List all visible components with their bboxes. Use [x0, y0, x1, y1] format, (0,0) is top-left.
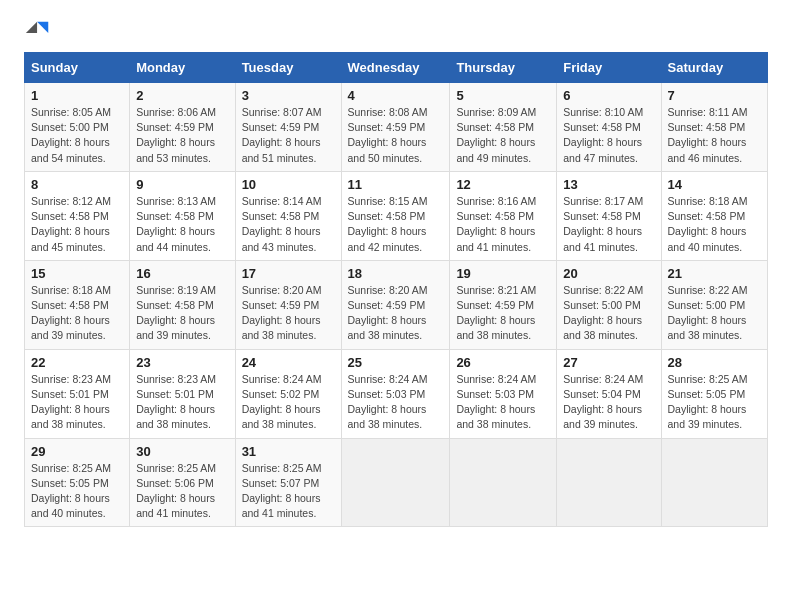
day-info: Sunrise: 8:09 AMSunset: 4:58 PMDaylight:… — [456, 105, 550, 166]
day-info: Sunrise: 8:13 AMSunset: 4:58 PMDaylight:… — [136, 194, 228, 255]
day-info: Sunrise: 8:15 AMSunset: 4:58 PMDaylight:… — [348, 194, 444, 255]
day-info: Sunrise: 8:08 AMSunset: 4:59 PMDaylight:… — [348, 105, 444, 166]
calendar-cell: 25Sunrise: 8:24 AMSunset: 5:03 PMDayligh… — [341, 349, 450, 438]
day-number: 24 — [242, 355, 335, 370]
day-info: Sunrise: 8:18 AMSunset: 4:58 PMDaylight:… — [668, 194, 762, 255]
day-info: Sunrise: 8:16 AMSunset: 4:58 PMDaylight:… — [456, 194, 550, 255]
calendar-cell: 14Sunrise: 8:18 AMSunset: 4:58 PMDayligh… — [661, 171, 768, 260]
day-info: Sunrise: 8:25 AMSunset: 5:05 PMDaylight:… — [31, 461, 123, 522]
calendar-cell: 8Sunrise: 8:12 AMSunset: 4:58 PMDaylight… — [25, 171, 130, 260]
weekday-header-saturday: Saturday — [661, 53, 768, 83]
day-info: Sunrise: 8:22 AMSunset: 5:00 PMDaylight:… — [668, 283, 762, 344]
day-number: 21 — [668, 266, 762, 281]
logo-icon — [24, 18, 52, 46]
day-number: 10 — [242, 177, 335, 192]
day-info: Sunrise: 8:23 AMSunset: 5:01 PMDaylight:… — [136, 372, 228, 433]
calendar-cell — [557, 438, 661, 527]
calendar-cell: 15Sunrise: 8:18 AMSunset: 4:58 PMDayligh… — [25, 260, 130, 349]
day-number: 16 — [136, 266, 228, 281]
day-info: Sunrise: 8:05 AMSunset: 5:00 PMDaylight:… — [31, 105, 123, 166]
day-number: 8 — [31, 177, 123, 192]
day-number: 12 — [456, 177, 550, 192]
day-info: Sunrise: 8:18 AMSunset: 4:58 PMDaylight:… — [31, 283, 123, 344]
day-number: 29 — [31, 444, 123, 459]
calendar-cell: 17Sunrise: 8:20 AMSunset: 4:59 PMDayligh… — [235, 260, 341, 349]
calendar-cell: 1Sunrise: 8:05 AMSunset: 5:00 PMDaylight… — [25, 83, 130, 172]
day-info: Sunrise: 8:23 AMSunset: 5:01 PMDaylight:… — [31, 372, 123, 433]
day-info: Sunrise: 8:24 AMSunset: 5:04 PMDaylight:… — [563, 372, 654, 433]
day-number: 18 — [348, 266, 444, 281]
calendar-cell: 7Sunrise: 8:11 AMSunset: 4:58 PMDaylight… — [661, 83, 768, 172]
calendar-cell: 29Sunrise: 8:25 AMSunset: 5:05 PMDayligh… — [25, 438, 130, 527]
calendar-cell: 16Sunrise: 8:19 AMSunset: 4:58 PMDayligh… — [130, 260, 235, 349]
day-info: Sunrise: 8:19 AMSunset: 4:58 PMDaylight:… — [136, 283, 228, 344]
calendar-cell: 18Sunrise: 8:20 AMSunset: 4:59 PMDayligh… — [341, 260, 450, 349]
logo — [24, 18, 56, 46]
day-info: Sunrise: 8:10 AMSunset: 4:58 PMDaylight:… — [563, 105, 654, 166]
day-number: 6 — [563, 88, 654, 103]
calendar-cell — [341, 438, 450, 527]
calendar-cell: 28Sunrise: 8:25 AMSunset: 5:05 PMDayligh… — [661, 349, 768, 438]
calendar-week-row: 1Sunrise: 8:05 AMSunset: 5:00 PMDaylight… — [25, 83, 768, 172]
calendar-table: SundayMondayTuesdayWednesdayThursdayFrid… — [24, 52, 768, 527]
day-number: 7 — [668, 88, 762, 103]
calendar-cell: 22Sunrise: 8:23 AMSunset: 5:01 PMDayligh… — [25, 349, 130, 438]
calendar-cell: 27Sunrise: 8:24 AMSunset: 5:04 PMDayligh… — [557, 349, 661, 438]
calendar-cell — [661, 438, 768, 527]
calendar-week-row: 15Sunrise: 8:18 AMSunset: 4:58 PMDayligh… — [25, 260, 768, 349]
day-number: 19 — [456, 266, 550, 281]
day-number: 14 — [668, 177, 762, 192]
calendar-week-row: 22Sunrise: 8:23 AMSunset: 5:01 PMDayligh… — [25, 349, 768, 438]
day-number: 30 — [136, 444, 228, 459]
day-number: 1 — [31, 88, 123, 103]
calendar-cell: 12Sunrise: 8:16 AMSunset: 4:58 PMDayligh… — [450, 171, 557, 260]
day-number: 13 — [563, 177, 654, 192]
calendar-cell: 31Sunrise: 8:25 AMSunset: 5:07 PMDayligh… — [235, 438, 341, 527]
calendar-week-row: 8Sunrise: 8:12 AMSunset: 4:58 PMDaylight… — [25, 171, 768, 260]
day-number: 26 — [456, 355, 550, 370]
weekday-header-wednesday: Wednesday — [341, 53, 450, 83]
day-info: Sunrise: 8:06 AMSunset: 4:59 PMDaylight:… — [136, 105, 228, 166]
calendar-cell: 13Sunrise: 8:17 AMSunset: 4:58 PMDayligh… — [557, 171, 661, 260]
day-info: Sunrise: 8:14 AMSunset: 4:58 PMDaylight:… — [242, 194, 335, 255]
weekday-header-tuesday: Tuesday — [235, 53, 341, 83]
day-number: 2 — [136, 88, 228, 103]
day-info: Sunrise: 8:25 AMSunset: 5:05 PMDaylight:… — [668, 372, 762, 433]
calendar-cell: 19Sunrise: 8:21 AMSunset: 4:59 PMDayligh… — [450, 260, 557, 349]
day-number: 3 — [242, 88, 335, 103]
calendar-cell: 21Sunrise: 8:22 AMSunset: 5:00 PMDayligh… — [661, 260, 768, 349]
svg-marker-1 — [26, 22, 37, 33]
calendar-cell: 10Sunrise: 8:14 AMSunset: 4:58 PMDayligh… — [235, 171, 341, 260]
calendar-cell: 3Sunrise: 8:07 AMSunset: 4:59 PMDaylight… — [235, 83, 341, 172]
calendar-cell: 30Sunrise: 8:25 AMSunset: 5:06 PMDayligh… — [130, 438, 235, 527]
day-info: Sunrise: 8:20 AMSunset: 4:59 PMDaylight:… — [348, 283, 444, 344]
day-info: Sunrise: 8:11 AMSunset: 4:58 PMDaylight:… — [668, 105, 762, 166]
weekday-header-monday: Monday — [130, 53, 235, 83]
weekday-header-friday: Friday — [557, 53, 661, 83]
calendar-week-row: 29Sunrise: 8:25 AMSunset: 5:05 PMDayligh… — [25, 438, 768, 527]
day-info: Sunrise: 8:12 AMSunset: 4:58 PMDaylight:… — [31, 194, 123, 255]
day-info: Sunrise: 8:24 AMSunset: 5:03 PMDaylight:… — [348, 372, 444, 433]
calendar-cell: 11Sunrise: 8:15 AMSunset: 4:58 PMDayligh… — [341, 171, 450, 260]
calendar-cell: 23Sunrise: 8:23 AMSunset: 5:01 PMDayligh… — [130, 349, 235, 438]
day-info: Sunrise: 8:20 AMSunset: 4:59 PMDaylight:… — [242, 283, 335, 344]
calendar-cell: 5Sunrise: 8:09 AMSunset: 4:58 PMDaylight… — [450, 83, 557, 172]
day-number: 9 — [136, 177, 228, 192]
calendar-cell: 20Sunrise: 8:22 AMSunset: 5:00 PMDayligh… — [557, 260, 661, 349]
day-number: 31 — [242, 444, 335, 459]
day-number: 23 — [136, 355, 228, 370]
calendar-cell: 2Sunrise: 8:06 AMSunset: 4:59 PMDaylight… — [130, 83, 235, 172]
calendar-cell: 24Sunrise: 8:24 AMSunset: 5:02 PMDayligh… — [235, 349, 341, 438]
day-number: 27 — [563, 355, 654, 370]
day-number: 5 — [456, 88, 550, 103]
weekday-header-thursday: Thursday — [450, 53, 557, 83]
header — [24, 18, 768, 46]
day-info: Sunrise: 8:25 AMSunset: 5:07 PMDaylight:… — [242, 461, 335, 522]
day-info: Sunrise: 8:17 AMSunset: 4:58 PMDaylight:… — [563, 194, 654, 255]
day-number: 4 — [348, 88, 444, 103]
day-number: 28 — [668, 355, 762, 370]
svg-marker-0 — [37, 22, 48, 33]
day-number: 17 — [242, 266, 335, 281]
day-info: Sunrise: 8:21 AMSunset: 4:59 PMDaylight:… — [456, 283, 550, 344]
day-number: 15 — [31, 266, 123, 281]
